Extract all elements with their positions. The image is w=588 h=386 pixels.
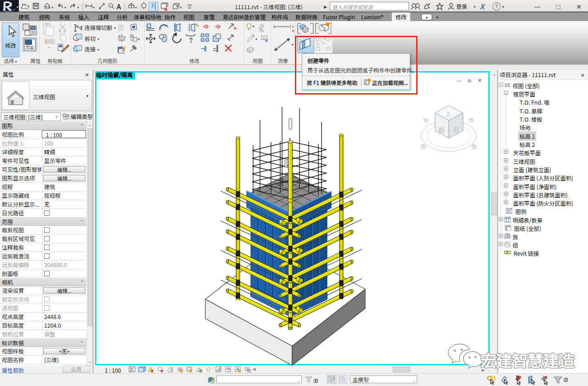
svg-text:?: ? — [495, 2, 498, 10]
svg-text:▾: ▾ — [77, 5, 79, 10]
svg-text:▾: ▾ — [180, 5, 182, 10]
svg-text:前: 前 — [438, 125, 445, 134]
svg-text:1: 1 — [110, 3, 112, 8]
svg-text:A: A — [116, 1, 121, 11]
svg-text:▾: ▾ — [114, 25, 116, 30]
svg-text:剪切: 剪切 — [85, 34, 96, 42]
svg-text:连接: 连接 — [85, 45, 96, 53]
svg-text:▾: ▾ — [474, 4, 476, 10]
svg-text:▾: ▾ — [51, 5, 53, 10]
svg-text:▾: ▾ — [48, 45, 50, 50]
svg-text:▾: ▾ — [97, 36, 99, 41]
svg-text:登录: 登录 — [456, 2, 467, 10]
svg-text:连接端切割: 连接端切割 — [85, 23, 112, 31]
svg-text:▾: ▾ — [502, 4, 504, 10]
svg-text:▾: ▾ — [97, 47, 99, 52]
svg-text:▾: ▾ — [138, 36, 140, 41]
svg-text:▾: ▾ — [292, 42, 294, 47]
svg-text:粘贴: 粘贴 — [44, 37, 55, 45]
svg-text:▾: ▾ — [292, 28, 294, 33]
svg-text::0: :0 — [563, 375, 568, 383]
svg-text:上: 上 — [445, 109, 451, 118]
svg-text:▾: ▾ — [64, 5, 66, 10]
svg-text:右: 右 — [453, 124, 459, 134]
svg-text:<: < — [253, 366, 256, 373]
svg-text:▾: ▾ — [253, 23, 254, 28]
svg-text:X: X — [480, 2, 486, 11]
svg-text:▾: ▾ — [93, 5, 95, 10]
svg-text:▾: ▾ — [255, 36, 257, 41]
svg-text:▾: ▾ — [135, 5, 137, 10]
